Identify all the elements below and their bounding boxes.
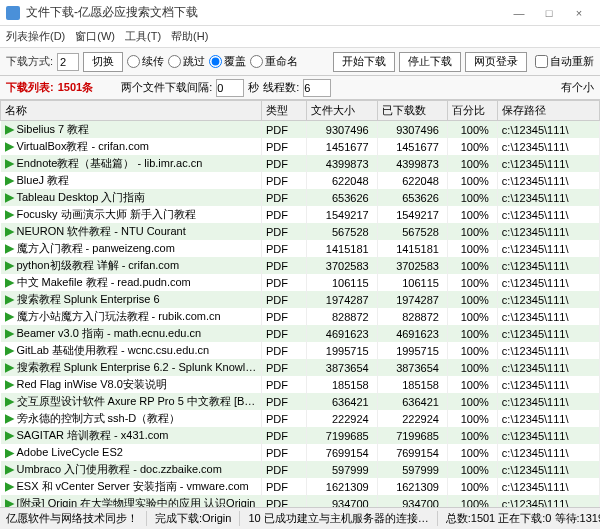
- cell-downloaded: 653626: [377, 189, 447, 206]
- interval-input[interactable]: [216, 79, 244, 97]
- cell-path: c:\12345\111\: [497, 223, 599, 240]
- status-slogan: 亿愿软件与网络技术同步！: [6, 511, 147, 526]
- cell-type: PDF: [261, 223, 306, 240]
- table-row[interactable]: NEURON 软件教程 - NTU CourantPDF567528567528…: [1, 223, 600, 240]
- cell-path: c:\12345\111\: [497, 308, 599, 325]
- table-row[interactable]: 旁永德的控制方式 ssh-D（教程）PDF222924222924100%c:\…: [1, 410, 600, 427]
- cell-type: PDF: [261, 240, 306, 257]
- cell-name: 魔方入门教程 - panweizeng.com: [1, 240, 262, 257]
- cell-downloaded: 3702583: [377, 257, 447, 274]
- close-button[interactable]: ×: [564, 2, 594, 24]
- table-row[interactable]: 魔方入门教程 - panweizeng.comPDF14151811415181…: [1, 240, 600, 257]
- cell-downloaded: 567528: [377, 223, 447, 240]
- download-grid[interactable]: 名称 类型 文件大小 已下载数 百分比 保存路径 Sibelius 7 教程PD…: [0, 100, 600, 507]
- cell-size: 3873654: [307, 359, 377, 376]
- cell-type: PDF: [261, 478, 306, 495]
- play-icon: [5, 414, 15, 424]
- cell-percent: 100%: [447, 444, 497, 461]
- menu-list-ops[interactable]: 列表操作(D): [6, 29, 65, 44]
- menu-tools[interactable]: 工具(T): [125, 29, 161, 44]
- cell-downloaded: 622048: [377, 172, 447, 189]
- table-row[interactable]: 中文 Makefile 教程 - read.pudn.comPDF1061151…: [1, 274, 600, 291]
- menu-help[interactable]: 帮助(H): [171, 29, 208, 44]
- cell-size: 9307496: [307, 121, 377, 139]
- col-downloaded[interactable]: 已下载数: [377, 101, 447, 121]
- table-row[interactable]: BlueJ 教程PDF622048622048100%c:\12345\111\: [1, 172, 600, 189]
- stop-download-button[interactable]: 停止下载: [399, 52, 461, 72]
- table-row[interactable]: Endnote教程（基础篇） - lib.imr.ac.cnPDF4399873…: [1, 155, 600, 172]
- cell-percent: 100%: [447, 155, 497, 172]
- cell-downloaded: 9307496: [377, 121, 447, 139]
- opt-resume[interactable]: 续传: [127, 54, 164, 69]
- cell-type: PDF: [261, 342, 306, 359]
- table-row[interactable]: Red Flag inWise V8.0安装说明PDF1851581851581…: [1, 376, 600, 393]
- cell-type: PDF: [261, 189, 306, 206]
- cell-type: PDF: [261, 359, 306, 376]
- table-row[interactable]: VirtualBox教程 - crifan.comPDF145167714516…: [1, 138, 600, 155]
- cell-size: 653626: [307, 189, 377, 206]
- table-row[interactable]: Sibelius 7 教程PDF93074969307496100%c:\123…: [1, 121, 600, 139]
- table-row[interactable]: Adobe LiveCycle ES2PDF76991547699154100%…: [1, 444, 600, 461]
- table-row[interactable]: 魔方小站魔方入门玩法教程 - rubik.com.cnPDF8288728288…: [1, 308, 600, 325]
- cell-downloaded: 828872: [377, 308, 447, 325]
- table-row[interactable]: [附录] Origin 在大学物理实验中的应用 认识OriginPDF93470…: [1, 495, 600, 507]
- download-mode-input[interactable]: [57, 53, 79, 71]
- cell-percent: 100%: [447, 495, 497, 507]
- col-name[interactable]: 名称: [1, 101, 262, 121]
- table-row[interactable]: 搜索教程 Splunk Enterprise 6.2 - Splunk Know…: [1, 359, 600, 376]
- cell-path: c:\12345\111\: [497, 444, 599, 461]
- minimize-button[interactable]: —: [504, 2, 534, 24]
- cell-percent: 100%: [447, 376, 497, 393]
- opt-rename[interactable]: 重命名: [250, 54, 298, 69]
- cell-name: 搜索教程 Splunk Enterprise 6: [1, 291, 262, 308]
- cell-type: PDF: [261, 257, 306, 274]
- start-download-button[interactable]: 开始下载: [333, 52, 395, 72]
- cell-path: c:\12345\111\: [497, 206, 599, 223]
- switch-button[interactable]: 切换: [83, 52, 123, 72]
- table-row[interactable]: 交互原型设计软件 Axure RP Pro 5 中文教程 [By Hawking…: [1, 393, 600, 410]
- cell-name: Focusky 动画演示大师 新手入门教程: [1, 206, 262, 223]
- cell-size: 1415181: [307, 240, 377, 257]
- table-row[interactable]: ESX 和 vCenter Server 安装指南 - vmware.comPD…: [1, 478, 600, 495]
- cell-size: 7699154: [307, 444, 377, 461]
- opt-overwrite[interactable]: 覆盖: [209, 54, 246, 69]
- cell-type: PDF: [261, 393, 306, 410]
- table-row[interactable]: 搜索教程 Splunk Enterprise 6PDF1974287197428…: [1, 291, 600, 308]
- table-row[interactable]: python初级教程 详解 - crifan.comPDF37025833702…: [1, 257, 600, 274]
- cell-name: Adobe LiveCycle ES2: [1, 444, 262, 461]
- play-icon: [5, 363, 15, 373]
- cell-name: Tableau Desktop 入门指南: [1, 189, 262, 206]
- cell-percent: 100%: [447, 325, 497, 342]
- cell-size: 828872: [307, 308, 377, 325]
- download-list-label: 下载列表:: [6, 80, 54, 95]
- col-size[interactable]: 文件大小: [307, 101, 377, 121]
- col-percent[interactable]: 百分比: [447, 101, 497, 121]
- cell-path: c:\12345\111\: [497, 274, 599, 291]
- cell-name: GitLab 基础使用教程 - wcnc.csu.edu.cn: [1, 342, 262, 359]
- cell-percent: 100%: [447, 461, 497, 478]
- maximize-button[interactable]: □: [534, 2, 564, 24]
- cell-type: PDF: [261, 291, 306, 308]
- opt-skip[interactable]: 跳过: [168, 54, 205, 69]
- col-type[interactable]: 类型: [261, 101, 306, 121]
- threads-input[interactable]: [303, 79, 331, 97]
- table-row[interactable]: SAGITAR 培训教程 - x431.comPDF71996857199685…: [1, 427, 600, 444]
- col-path[interactable]: 保存路径: [497, 101, 599, 121]
- table-row[interactable]: Beamer v3.0 指南 - math.ecnu.edu.cnPDF4691…: [1, 325, 600, 342]
- table-row[interactable]: Focusky 动画演示大师 新手入门教程PDF1549217154921710…: [1, 206, 600, 223]
- menu-window[interactable]: 窗口(W): [75, 29, 115, 44]
- cell-path: c:\12345\111\: [497, 155, 599, 172]
- table-row[interactable]: Tableau Desktop 入门指南PDF653626653626100%c…: [1, 189, 600, 206]
- cell-type: PDF: [261, 172, 306, 189]
- play-icon: [5, 346, 15, 356]
- cell-name: [附录] Origin 在大学物理实验中的应用 认识Origin: [1, 495, 262, 507]
- cell-percent: 100%: [447, 342, 497, 359]
- auto-retry-checkbox[interactable]: 自动重新: [531, 54, 594, 69]
- seconds-label: 秒: [248, 80, 259, 95]
- play-icon: [5, 159, 15, 169]
- web-login-button[interactable]: 网页登录: [465, 52, 527, 72]
- table-row[interactable]: Umbraco 入门使用教程 - doc.zzbaike.comPDF59799…: [1, 461, 600, 478]
- toolbar-secondary: 下载列表: 1501条 两个文件下载间隔: 秒 线程数: 有个小: [0, 76, 600, 100]
- table-row[interactable]: GitLab 基础使用教程 - wcnc.csu.edu.cnPDF199571…: [1, 342, 600, 359]
- cell-size: 1451677: [307, 138, 377, 155]
